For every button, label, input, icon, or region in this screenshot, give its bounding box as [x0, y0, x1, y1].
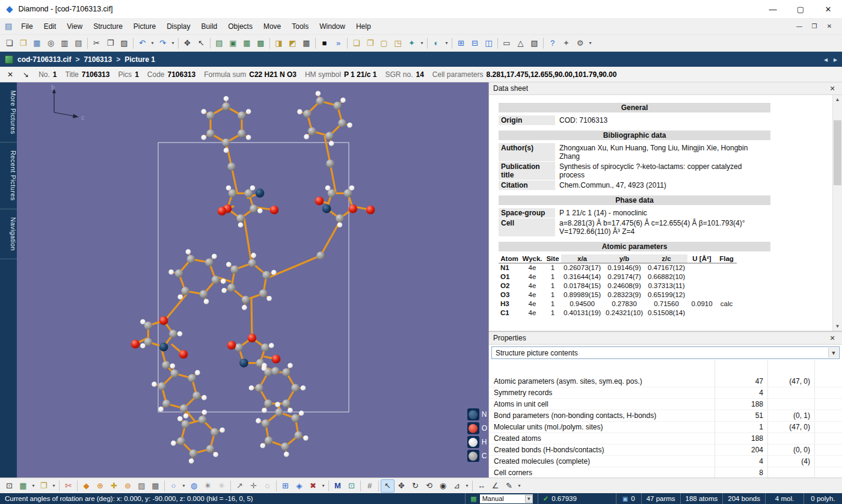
props-row[interactable]: Symmetry records4: [489, 387, 842, 399]
background-style-icon[interactable]: ▧: [527, 37, 541, 50]
minimize-button[interactable]: —: [759, 0, 787, 18]
menu-tools[interactable]: Tools: [286, 20, 314, 33]
fill-unit-cell-icon[interactable]: ⊚: [121, 479, 135, 493]
draw-annotation-icon[interactable]: ✎: [502, 479, 516, 493]
layout-rows-icon[interactable]: ⊟: [468, 37, 482, 50]
viewport-settings-icon[interactable]: ⊡: [345, 479, 358, 493]
menu-edit[interactable]: Edit: [38, 20, 62, 33]
menu-picture[interactable]: Picture: [128, 20, 161, 33]
cut-icon[interactable]: ✂: [90, 37, 103, 50]
scrollbar-thumb[interactable]: [834, 120, 841, 185]
auto-build-dropdown-icon[interactable]: ▾: [419, 37, 425, 50]
contents-selector[interactable]: Structure picture contents ▼: [491, 346, 840, 359]
create-sphere-icon[interactable]: ◍: [187, 479, 201, 493]
structure-3d-view[interactable]: bc: [17, 82, 488, 478]
complete-fragments-icon[interactable]: ▩: [149, 479, 162, 493]
molecule-label-icon[interactable]: M: [331, 479, 345, 493]
copy-picture-icon[interactable]: ❐: [363, 37, 377, 50]
mdi-close-button[interactable]: ✕: [823, 21, 836, 32]
license-key-icon[interactable]: ✦: [559, 37, 573, 50]
menu-file[interactable]: File: [16, 20, 38, 33]
breadcrumb-structure[interactable]: 7106313: [84, 55, 112, 64]
mode-combobox[interactable]: Manual ▼: [480, 494, 533, 503]
atom-row[interactable]: O24e10.01784(15)0.24608(9)0.37313(11): [499, 281, 737, 290]
rotate-free-icon[interactable]: ⟲: [422, 479, 436, 493]
close-icon[interactable]: ✕: [827, 334, 838, 342]
nav-back-icon[interactable]: ◂: [824, 55, 828, 64]
find-icon[interactable]: ◎: [44, 37, 58, 50]
orientation-widget-icon[interactable]: △: [514, 37, 527, 50]
sidebar-tab-recent-pictures[interactable]: Recent Pictures: [0, 143, 17, 209]
menu-move[interactable]: Move: [258, 20, 286, 33]
cell-faces-icon[interactable]: ◈: [292, 479, 306, 493]
maximize-button[interactable]: ▢: [787, 0, 814, 18]
pan-view-icon[interactable]: ✥: [395, 479, 408, 493]
menu-view[interactable]: View: [61, 20, 88, 33]
table-of-structures-icon[interactable]: ▤: [212, 37, 226, 50]
chevron-down-icon[interactable]: ▼: [828, 348, 838, 358]
atom-row[interactable]: O14e10.31644(14)0.29174(7)0.66882(10): [499, 272, 737, 281]
props-row[interactable]: Created bonds (H-bonds/contacts)204(0, 0…: [489, 444, 842, 456]
scroll-down-icon[interactable]: ▼: [833, 322, 842, 331]
coordination-dropdown-icon[interactable]: ▾: [180, 479, 187, 493]
new-picture-icon[interactable]: ❏: [349, 37, 363, 50]
cell-edges-icon[interactable]: ⊞: [278, 479, 292, 493]
render-dropdown-icon[interactable]: ▾: [443, 37, 450, 50]
combo-arrow-icon[interactable]: ▼: [525, 495, 533, 503]
layout-columns-icon[interactable]: ◫: [482, 37, 496, 50]
structure-table-icon[interactable]: ▦: [300, 37, 313, 50]
add-atom-icon[interactable]: ◆: [79, 479, 93, 493]
atom-row[interactable]: N14e10.26073(17)0.19146(9)0.47167(12): [499, 263, 737, 273]
props-row[interactable]: Created molecules (complete)4(4): [489, 456, 842, 467]
edit-picture-icon[interactable]: ▦: [16, 479, 30, 493]
undo-dropdown-icon[interactable]: ▾: [149, 37, 156, 50]
props-row[interactable]: Atoms in unit cell188: [489, 399, 842, 410]
copy-icon[interactable]: ❐: [103, 37, 117, 50]
print-icon[interactable]: ▤: [72, 37, 85, 50]
draw-dropdown-icon[interactable]: ▾: [516, 479, 523, 493]
auto-build-icon[interactable]: ✦: [405, 37, 419, 50]
legend-frame-icon[interactable]: ▭: [500, 37, 514, 50]
clear-polyhedra-icon[interactable]: ✳: [215, 479, 229, 493]
grid-overlay-icon[interactable]: #: [363, 479, 376, 493]
render-globe-icon[interactable]: ◐: [429, 37, 443, 50]
move-mode-icon[interactable]: ✥: [180, 37, 194, 50]
close-infobar-icon[interactable]: ✕: [7, 70, 13, 79]
goto-record-icon[interactable]: ↘: [23, 70, 29, 79]
coordination-sphere-icon[interactable]: ○: [167, 479, 180, 493]
page-preview-icon[interactable]: ▥: [58, 37, 72, 50]
measure-angle-icon[interactable]: ∠: [488, 479, 502, 493]
data-sheet-scrollbar[interactable]: ▲ ▼: [832, 95, 842, 331]
blank-picture-icon[interactable]: ▢: [377, 37, 391, 50]
close-button[interactable]: ✕: [814, 0, 842, 18]
picture-top-pane-icon[interactable]: ◩: [286, 37, 300, 50]
destroy-picture-icon[interactable]: ✄: [61, 479, 75, 493]
close-icon[interactable]: ✕: [827, 85, 838, 93]
sidebar-tab-navigation[interactable]: Navigation: [0, 209, 17, 259]
new-document-icon[interactable]: ❏: [2, 37, 16, 50]
add-all-atoms-icon[interactable]: ⊕: [93, 479, 107, 493]
view-mode-dropdown-icon[interactable]: ▾: [464, 479, 470, 493]
select-pointer-icon[interactable]: ↖: [381, 479, 395, 493]
props-row[interactable]: Created atoms188: [489, 433, 842, 444]
paste-icon[interactable]: ▨: [117, 37, 131, 50]
picture-left-pane-icon[interactable]: ◨: [272, 37, 286, 50]
black-display-icon[interactable]: ■: [318, 37, 331, 50]
more-tools-dropdown-icon[interactable]: ▾: [587, 37, 594, 50]
mdi-minimize-button[interactable]: —: [793, 21, 806, 32]
zoom-view-icon[interactable]: ◉: [436, 479, 450, 493]
redo-dropdown-icon[interactable]: ▾: [170, 37, 176, 50]
select-mode-icon[interactable]: ↖: [194, 37, 208, 50]
viewing-direction-icon[interactable]: ⊡: [2, 479, 16, 493]
insert-atoms-icon[interactable]: ✚: [107, 479, 121, 493]
undo-icon[interactable]: ↶: [135, 37, 149, 50]
menu-objects[interactable]: Objects: [223, 20, 258, 33]
sidebar-tab-more-pictures[interactable]: More Pictures: [0, 82, 17, 143]
contacts-icon[interactable]: ✛: [247, 479, 260, 493]
h-bonds-icon[interactable]: ↗: [233, 479, 247, 493]
duplicate-dropdown-icon[interactable]: ▾: [51, 479, 57, 493]
packing-range-icon[interactable]: ▨: [135, 479, 149, 493]
breadcrumb-picture[interactable]: Picture 1: [124, 55, 155, 64]
atom-row[interactable]: H34e10.945000.278300.715600.0910calc: [499, 300, 737, 309]
data-sheet-view-icon[interactable]: ▦: [240, 37, 254, 50]
